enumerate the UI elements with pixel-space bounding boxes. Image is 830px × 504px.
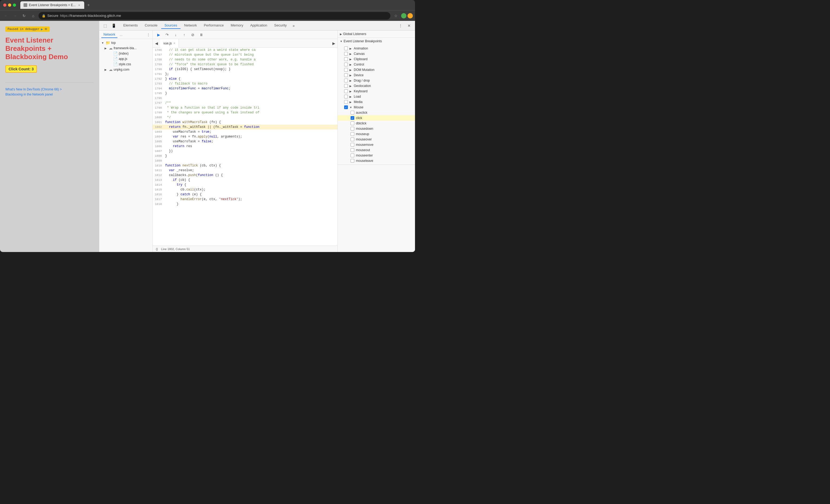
sidebar-tab-more[interactable]: … — [119, 32, 124, 38]
active-tab[interactable]: Event Listener Breakpoints + E... ✕ — [20, 1, 84, 9]
tree-item-appjs[interactable]: 📄 app.js — [99, 56, 152, 62]
inspect-element-button[interactable]: ⬚ — [101, 22, 109, 29]
category-canvas[interactable]: Canvas — [338, 51, 415, 57]
tab-console[interactable]: Console — [141, 22, 161, 29]
checkbox-mouseover[interactable] — [351, 137, 354, 141]
subevent-mouseup[interactable]: mouseup — [338, 131, 415, 137]
checkbox-keyboard[interactable] — [344, 89, 348, 93]
global-listeners-header[interactable]: Global Listeners — [338, 31, 415, 37]
ext-icon-2[interactable] — [408, 13, 413, 19]
forward-button[interactable]: → — [11, 12, 19, 20]
subevent-mousedown[interactable]: mousedown — [338, 126, 415, 131]
tree-item-top[interactable]: ▼ 📁 top — [99, 40, 152, 45]
category-control[interactable]: Control — [338, 62, 415, 67]
checkbox-drag-drop[interactable] — [344, 78, 348, 83]
back-button[interactable]: ← — [2, 12, 10, 20]
checkbox-media[interactable] — [344, 100, 348, 104]
label-mouseout: mouseout — [356, 148, 370, 152]
subevent-mouseout[interactable]: mouseout — [338, 148, 415, 153]
checkbox-animation[interactable] — [344, 46, 348, 50]
subevent-mousemove[interactable]: mousemove — [338, 142, 415, 148]
step-out-button[interactable]: ↑ — [181, 31, 188, 38]
url-bar[interactable]: 🔒 Secure https://framework-blackboxing.g… — [38, 12, 390, 20]
eye-icon[interactable]: 👁 — [44, 27, 47, 31]
subevent-click[interactable]: ✓ click — [338, 115, 415, 121]
event-breakpoints-header[interactable]: Event Listener Breakpoints — [338, 38, 415, 45]
subevent-dblclick[interactable]: dblclick — [338, 121, 415, 126]
device-mode-button[interactable]: 📱 — [110, 22, 117, 29]
checkbox-canvas[interactable] — [344, 52, 348, 56]
tab-network[interactable]: Network — [181, 22, 200, 29]
ext-icon-1[interactable] — [401, 13, 407, 19]
category-geolocation[interactable]: Geolocation — [338, 83, 415, 89]
tree-item-stylecss[interactable]: 📄 style.css — [99, 62, 152, 67]
checkbox-mousemove[interactable] — [351, 143, 354, 147]
code-content[interactable]: 1786 // it can get stuck in a weird stat… — [153, 48, 338, 246]
tab-sources[interactable]: Sources — [161, 22, 181, 29]
checkbox-mouse[interactable]: ✓ — [344, 105, 348, 109]
category-drag-drop[interactable]: Drag / drop — [338, 78, 415, 83]
category-media[interactable]: Media — [338, 99, 415, 104]
play-icon[interactable]: ▶ — [41, 27, 43, 31]
settings-button[interactable]: ⋮ — [397, 22, 404, 29]
category-load[interactable]: Load — [338, 94, 415, 99]
checkbox-click[interactable]: ✓ — [351, 116, 354, 120]
new-tab-button[interactable]: + — [85, 2, 92, 8]
deactivate-breakpoints-button[interactable]: ⊘ — [189, 31, 196, 38]
checkbox-control[interactable] — [344, 63, 348, 66]
click-count-badge[interactable]: Click Count: 3 — [5, 65, 37, 73]
blackboxing-link[interactable]: Blackboxing in the Network panel — [5, 92, 94, 97]
close-button[interactable] — [3, 3, 6, 7]
category-animation[interactable]: Animation — [338, 46, 415, 51]
checkbox-mouseout[interactable] — [351, 148, 354, 152]
resume-button[interactable]: ▶ — [155, 31, 162, 38]
tab-security[interactable]: Security — [271, 22, 290, 29]
checkbox-clipboard[interactable] — [344, 57, 348, 61]
step-into-button[interactable]: ↓ — [172, 31, 180, 38]
category-clipboard[interactable]: Clipboard — [338, 57, 415, 62]
whats-new-link[interactable]: What's New In DevTools (Chrome 66) > — [5, 87, 94, 92]
maximize-button[interactable] — [13, 3, 16, 7]
tab-performance[interactable]: Performance — [200, 22, 227, 29]
category-dom-mutation[interactable]: DOM Mutation — [338, 67, 415, 72]
checkbox-mousedown[interactable] — [351, 127, 354, 130]
category-keyboard[interactable]: Keyboard — [338, 89, 415, 94]
subevent-mouseleave[interactable]: mouseleave — [338, 158, 415, 163]
checkbox-dblclick[interactable] — [351, 122, 354, 125]
checkbox-auxclick[interactable] — [351, 111, 354, 115]
checkbox-mouseup[interactable] — [351, 132, 354, 136]
tab-application[interactable]: Application — [247, 22, 270, 29]
checkbox-mouseleave[interactable] — [351, 159, 354, 163]
checkbox-dom-mutation[interactable] — [344, 68, 348, 72]
editor-tab-vuejs[interactable]: vue.js ✕ — [160, 39, 179, 48]
subevent-auxclick[interactable]: auxclick — [338, 110, 415, 115]
checkbox-load[interactable] — [344, 95, 348, 98]
more-tabs-button[interactable]: » — [290, 23, 297, 29]
tab-elements[interactable]: Elements — [120, 22, 141, 29]
sidebar-tab-network[interactable]: Network — [101, 32, 117, 38]
reload-button[interactable]: ↻ — [20, 12, 28, 20]
category-mouse[interactable]: ✓ Mouse — [338, 104, 415, 110]
home-button[interactable]: ⌂ — [29, 12, 37, 20]
category-device[interactable]: Device — [338, 72, 415, 78]
tab-memory[interactable]: Memory — [228, 22, 247, 29]
checkbox-device[interactable] — [344, 73, 348, 77]
pause-exceptions-button[interactable]: ⏸ — [198, 31, 205, 38]
bookmark-button[interactable]: ☆ — [392, 12, 400, 20]
tree-item-framework[interactable]: ▶ ☁ framework-bla... — [99, 45, 152, 51]
tree-item-index[interactable]: 📄 (index) — [99, 51, 152, 56]
close-devtools-button[interactable]: ✕ — [405, 22, 413, 29]
subevent-mouseover[interactable]: mouseover — [338, 137, 415, 142]
tree-item-unpkg[interactable]: ▶ ☁ unpkg.com — [99, 67, 152, 72]
checkbox-mouseenter[interactable] — [351, 154, 354, 157]
editor-action-more[interactable]: ▶ — [330, 40, 338, 47]
editor-nav-back[interactable]: ◀ — [153, 40, 160, 47]
minimize-button[interactable] — [8, 3, 11, 7]
editor-tab-close[interactable]: ✕ — [173, 42, 175, 45]
step-over-button[interactable]: ↷ — [163, 31, 171, 38]
format-button[interactable]: {} — [156, 248, 158, 251]
tab-close-button[interactable]: ✕ — [77, 3, 81, 7]
checkbox-geolocation[interactable] — [344, 84, 348, 88]
sidebar-kebab-menu[interactable]: ⋮ — [147, 33, 150, 37]
subevent-mouseenter[interactable]: mouseenter — [338, 153, 415, 158]
